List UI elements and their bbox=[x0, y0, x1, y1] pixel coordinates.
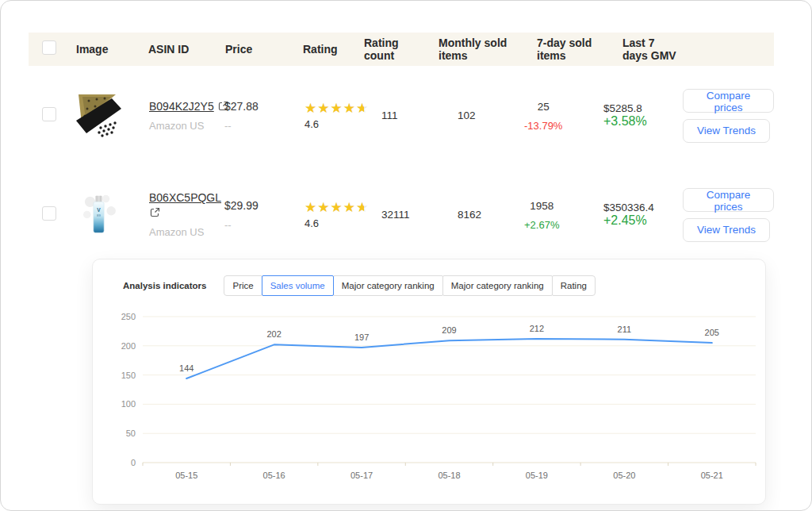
header-cell-checkbox bbox=[29, 40, 68, 58]
sales-volume-line-chart: 05010015020025005-1505-1605-1705-1805-19… bbox=[107, 305, 765, 496]
7day-sold-value: 25 bbox=[538, 101, 550, 113]
svg-text:05-20: 05-20 bbox=[613, 471, 635, 480]
asin-link[interactable]: B06XC5PQGL bbox=[149, 191, 215, 204]
select-all-checkbox[interactable] bbox=[42, 40, 56, 55]
analysis-panel: Analysis indicators Price Sales volume M… bbox=[92, 259, 766, 505]
column-header-image: Image bbox=[68, 43, 140, 56]
7day-change-value: -13.79% bbox=[524, 120, 562, 132]
table-row: V 89 B06XC5PQGL Amazon US $29.99 -- ★★★★… bbox=[29, 165, 774, 264]
svg-text:150: 150 bbox=[121, 371, 136, 380]
svg-text:05-21: 05-21 bbox=[701, 471, 723, 480]
column-header-price: Price bbox=[215, 43, 290, 56]
tab-major-category-ranking-2[interactable]: Major category ranking bbox=[442, 275, 553, 296]
svg-text:05-16: 05-16 bbox=[263, 471, 285, 480]
rating-value: 4.6 bbox=[304, 118, 358, 130]
tab-rating[interactable]: Rating bbox=[552, 275, 596, 296]
svg-text:50: 50 bbox=[126, 428, 136, 438]
svg-text:212: 212 bbox=[530, 324, 544, 333]
svg-text:205: 205 bbox=[705, 328, 719, 337]
svg-text:200: 200 bbox=[121, 341, 136, 351]
svg-text:05-15: 05-15 bbox=[175, 471, 197, 480]
price-value: $27.88 bbox=[224, 100, 290, 113]
row-checkbox[interactable] bbox=[42, 206, 56, 221]
svg-text:05-19: 05-19 bbox=[526, 471, 548, 480]
star-rating-icon: ★★★★★★★★★★ bbox=[304, 102, 369, 115]
view-trends-button[interactable]: View Trends bbox=[683, 218, 770, 242]
asin-link[interactable]: B094K2J2Y5 bbox=[149, 100, 214, 113]
tab-sales-volume[interactable]: Sales volume bbox=[262, 275, 334, 296]
row-checkbox[interactable] bbox=[42, 107, 56, 121]
analysis-indicators-label: Analysis indicators bbox=[123, 281, 206, 290]
gmv-value: $5285.8 bbox=[603, 102, 683, 114]
7day-change-value: +2.67% bbox=[524, 219, 559, 231]
column-header-asin: ASIN ID bbox=[140, 43, 215, 56]
product-image[interactable] bbox=[76, 93, 121, 138]
table-header: Image ASIN ID Price Rating Rating count … bbox=[29, 33, 774, 66]
svg-text:05-18: 05-18 bbox=[438, 471, 460, 480]
rating-value: 4.6 bbox=[304, 217, 358, 229]
svg-text:89: 89 bbox=[97, 213, 101, 217]
svg-text:211: 211 bbox=[618, 325, 632, 334]
svg-text:100: 100 bbox=[121, 399, 136, 409]
gmv-value: $350336.4 bbox=[603, 202, 683, 213]
analysis-indicator-bar: Analysis indicators Price Sales volume M… bbox=[123, 275, 596, 296]
price-note: -- bbox=[224, 219, 290, 231]
marketplace-label: Amazon US bbox=[149, 120, 215, 132]
indicator-tab-group: Price Sales volume Major category rankin… bbox=[224, 275, 595, 296]
compare-prices-button[interactable]: Compare prices bbox=[683, 188, 774, 212]
svg-text:250: 250 bbox=[121, 312, 136, 321]
table-row: B094K2J2Y5 Amazon US $27.88 -- ★★★★★★★★★… bbox=[29, 66, 774, 166]
column-header-7day-sold: 7-day sold items bbox=[524, 36, 596, 62]
svg-text:05-17: 05-17 bbox=[350, 471, 373, 480]
compare-prices-button[interactable]: Compare prices bbox=[683, 89, 774, 113]
tab-price[interactable]: Price bbox=[224, 275, 262, 296]
product-comparison-window: Image ASIN ID Price Rating Rating count … bbox=[0, 0, 812, 511]
7day-sold-value: 1958 bbox=[530, 200, 553, 212]
view-trends-button[interactable]: View Trends bbox=[683, 119, 770, 143]
marketplace-label: Amazon US bbox=[149, 226, 215, 238]
column-header-gmv: Last 7 days GMV bbox=[596, 36, 683, 62]
column-header-rating: Rating bbox=[290, 43, 358, 56]
column-header-rating-count: Rating count bbox=[358, 36, 429, 62]
product-image[interactable]: V 89 bbox=[76, 192, 121, 237]
svg-text:V: V bbox=[97, 207, 101, 213]
svg-text:209: 209 bbox=[442, 325, 456, 335]
svg-text:202: 202 bbox=[266, 329, 281, 339]
monthly-sold-value: 8162 bbox=[429, 209, 524, 221]
svg-text:197: 197 bbox=[354, 332, 369, 342]
star-rating-icon: ★★★★★★★★★★ bbox=[304, 201, 369, 214]
monthly-sold-value: 102 bbox=[429, 110, 524, 121]
tab-major-category-ranking-1[interactable]: Major category ranking bbox=[333, 275, 443, 296]
gmv-change-value: +3.58% bbox=[603, 114, 683, 129]
price-value: $29.99 bbox=[224, 199, 290, 212]
svg-text:0: 0 bbox=[131, 458, 136, 467]
price-note: -- bbox=[224, 120, 290, 132]
gmv-change-value: +2.45% bbox=[603, 213, 683, 228]
external-link-icon[interactable] bbox=[150, 206, 160, 221]
column-header-monthly-sold: Monthly sold items bbox=[429, 36, 524, 62]
svg-text:144: 144 bbox=[179, 363, 193, 373]
